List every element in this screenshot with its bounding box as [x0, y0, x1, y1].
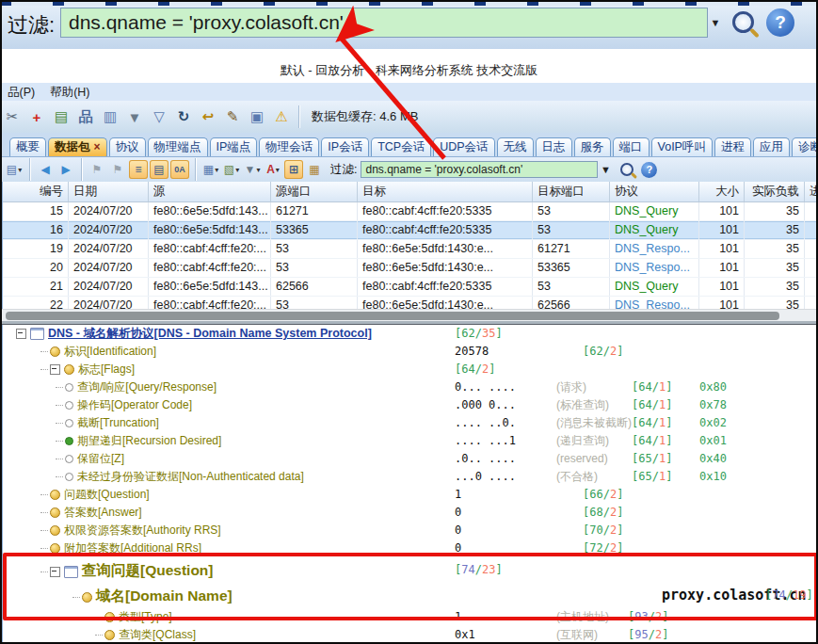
packet-row-21[interactable]: 212024/07/20fe80::6e5e:5dfd:143...62566f… [3, 278, 818, 297]
column-header-目标端口[interactable]: 目标端口 [533, 182, 610, 201]
tab-TCP会话[interactable]: TCP会话 [371, 137, 431, 156]
packet-decode-tree: DNS - 域名解析协议[DNS - Domain Name System Pr… [0, 325, 818, 644]
packet-row-19[interactable]: 192024/07/20fe80::cabf:4cff:fe20:...53fe… [3, 240, 818, 259]
tab-数据包[interactable]: 数据包× [48, 137, 107, 156]
tab-进程[interactable]: 进程 [714, 137, 751, 156]
next-packet-icon[interactable]: ▶ [56, 160, 75, 179]
menu-item[interactable]: 帮助(H) [42, 83, 97, 103]
packet-buffer-icon[interactable]: ▥ [99, 105, 121, 128]
tree-row[interactable]: 截断[Truncation].... ..0.(消息未被截断)[64/1]0x0… [3, 414, 818, 432]
dropdown-mark-icon[interactable]: ▾ [18, 166, 22, 174]
column-header-编号[interactable]: 编号 [3, 182, 69, 201]
column-header-协议[interactable]: 协议 [610, 182, 699, 201]
tab-IP端点[interactable]: IP端点 [210, 137, 258, 156]
tree-row[interactable]: 答案数[Answer]0[68/2] [3, 504, 818, 522]
display-filter-icon[interactable]: ▼▾ [243, 160, 262, 179]
tab-VoIP呼叫[interactable]: VoIP呼叫 [651, 137, 713, 156]
packet-row-22[interactable]: 222024/07/20fe80::cabf:4cff:fe20:...53fe… [3, 297, 818, 309]
tree-row[interactable]: 标志[Flags][64/2] [3, 361, 818, 378]
tree-row[interactable]: 权限资源答案数[Authority RRS]0[70/2] [3, 522, 818, 539]
prev-packet-icon[interactable]: ◀ [36, 160, 55, 179]
tree-row[interactable]: 查询问题[Question][74/23] [3, 557, 818, 583]
packet-row-20[interactable]: 202024/07/20fe80::cabf:4cff:fe20:...53fe… [3, 259, 818, 278]
tree-row[interactable]: 问题数[Question]1[66/2] [3, 486, 818, 504]
tree-view-icon[interactable]: ⊞ [284, 160, 303, 179]
first-aid-icon[interactable]: + [25, 105, 48, 128]
tab-服务[interactable]: 服务 [574, 137, 611, 156]
dropdown-mark-icon[interactable]: ▾ [276, 166, 280, 174]
help-icon[interactable]: ? [766, 8, 794, 37]
hex-view-icon[interactable]: 0A [170, 160, 189, 179]
tab-无线[interactable]: 无线 [497, 137, 534, 156]
tree-row[interactable]: 查询/响应[Query/Response]0... ....(请求)[64/1]… [3, 378, 818, 396]
edit-icon[interactable]: ✎ [221, 105, 244, 128]
save-buffer-icon[interactable]: ▽ [148, 105, 170, 128]
tree-row[interactable]: 标识[Identification]20578[62/2] [3, 343, 818, 361]
column-header-源端口[interactable]: 源端口 [271, 182, 358, 201]
close-tab-icon[interactable]: × [94, 140, 101, 153]
tab-应用[interactable]: 应用 [753, 137, 790, 156]
search-icon[interactable] [732, 11, 754, 33]
columns-icon[interactable]: ▦▾ [201, 160, 220, 179]
packet-filter-input[interactable] [361, 161, 598, 178]
scissors-icon[interactable]: ✂ [1, 105, 24, 128]
column-header-日期[interactable]: 日期 [69, 182, 149, 201]
bookmark-prev-icon[interactable]: ⚑ [88, 160, 106, 179]
topology-icon[interactable]: 品 [74, 105, 97, 128]
list-view-icon[interactable]: ≡ [129, 160, 148, 179]
horizontal-scrollbar[interactable] [0, 309, 818, 322]
column-header-源[interactable]: 源 [149, 182, 271, 201]
column-header-进程[interactable]: 进程 [805, 182, 818, 201]
packet-row-16[interactable]: 162024/07/20fe80::6e5e:5dfd:143...53365f… [3, 221, 818, 240]
detail-view-icon[interactable]: ▤ [150, 160, 168, 179]
packet-filter-dropdown-icon[interactable]: ▼ [598, 164, 613, 175]
save-packets-icon[interactable]: ▤▾ [5, 160, 24, 179]
packet-row-15[interactable]: 152024/07/20fe80::6e5e:5dfd:143...61271f… [3, 202, 818, 221]
tree-row[interactable]: 查询类[QClass]0x1(互联网)[95/2] [3, 626, 818, 644]
tab-IP会话[interactable]: IP会话 [321, 137, 369, 156]
column-header-大小[interactable]: 大小 [699, 182, 745, 201]
alarm-warning-icon[interactable]: ⚠ [270, 105, 293, 128]
import-folder-icon[interactable]: ↩ [197, 105, 219, 128]
tab-物理会话[interactable]: 物理会话 [259, 137, 319, 156]
collapse-icon[interactable] [50, 364, 60, 375]
tree-row[interactable]: 域名[Domain Name]proxy.colasoft.cn[74/19] [3, 583, 818, 608]
field-label: 权限资源答案数[Authority RRS] [64, 523, 221, 537]
dropdown-mark-icon[interactable]: ▾ [235, 166, 239, 174]
tab-物理端点[interactable]: 物理端点 [148, 137, 208, 156]
tab-UDP会话[interactable]: UDP会话 [433, 137, 494, 156]
tab-概要[interactable]: 概要 [9, 137, 46, 156]
bookmark-next-icon[interactable]: ⚑ [108, 160, 127, 179]
filter-input[interactable] [60, 8, 708, 38]
packet-display-icon[interactable]: ▧▾ [222, 160, 241, 179]
filter-funnel-icon[interactable]: ▼ [123, 105, 146, 128]
packet-help-icon[interactable]: ? [641, 162, 657, 178]
adapter-icon[interactable]: ▤ [50, 105, 72, 128]
menu-item[interactable]: 品(P) [0, 83, 42, 103]
lock-grid-icon[interactable]: ▦ [305, 160, 324, 179]
highlight-filter-icon[interactable]: A▾ [264, 160, 282, 179]
tree-row[interactable]: 期望递归[Recursion Desired].... ...1(递归查询)[6… [3, 432, 818, 450]
collapse-icon[interactable] [50, 567, 60, 577]
copy-save-icon[interactable]: ▣ [246, 105, 268, 128]
dropdown-mark-icon[interactable]: ▾ [215, 166, 218, 174]
column-header-实际负载[interactable]: 实际负载 [745, 182, 805, 201]
tree-row[interactable]: 未经过身份验证数据[Non-Authenticated data]...0 ..… [3, 468, 818, 486]
tree-row[interactable]: 附加答案数[Additional RRs]0[72/2] [3, 539, 818, 557]
dropdown-mark-icon[interactable]: ▾ [256, 166, 260, 174]
column-header-目标[interactable]: 目标 [358, 182, 533, 201]
tab-诊断[interactable]: 诊断 [792, 137, 818, 156]
filter-dropdown-icon[interactable]: ▼ [708, 17, 723, 28]
tab-日志[interactable]: 日志 [536, 137, 572, 156]
scrollbar-thumb[interactable] [6, 312, 779, 320]
tree-row[interactable]: 保留位[Z].0.. ....(reserved)[65/1]0x40 [3, 450, 818, 468]
tab-协议[interactable]: 协议 [109, 137, 146, 156]
collapse-icon[interactable] [16, 329, 26, 339]
tab-端口[interactable]: 端口 [613, 137, 650, 156]
packet-search-icon[interactable] [620, 163, 634, 176]
cell-目标端口: 53 [533, 221, 610, 239]
tree-row[interactable]: 操作码[Operator Code].000 0...(标准查询)[64/1]0… [3, 396, 818, 414]
tree-row[interactable]: 类型[Type]1(主机地址)[93/2] [3, 608, 818, 626]
tree-row[interactable]: DNS - 域名解析协议[DNS - Domain Name System Pr… [3, 325, 818, 343]
replay-icon[interactable]: ↻ [172, 105, 195, 128]
